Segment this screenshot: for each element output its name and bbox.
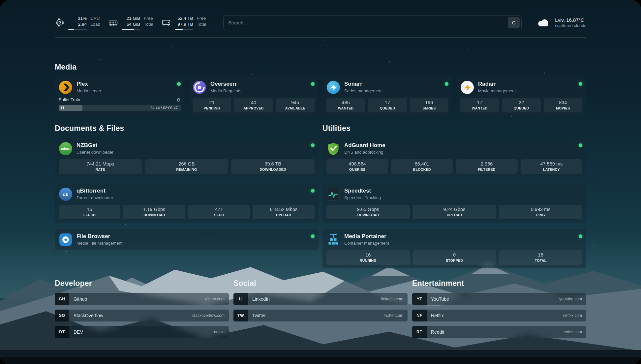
bookmark-abbr: GH <box>55 293 69 305</box>
stat-available: 945 AVAILABLE <box>276 98 315 112</box>
service-card-speedtest[interactable]: Speedtest Speedtest Tracking 9.65 Gbps D… <box>322 184 586 223</box>
bookmark-url: twitter.com <box>384 313 403 318</box>
svg-text:nzbget: nzbget <box>61 147 71 150</box>
bookmark-abbr: LI <box>233 293 248 305</box>
search-input[interactable] <box>228 20 508 25</box>
stat-rate: 744.21 Mbps RATE <box>59 159 142 174</box>
status-dot <box>311 143 315 147</box>
bookmark-url: youtube.com <box>559 297 582 301</box>
service-card-qbittorrent[interactable]: qb qBittorrent Torrent downloader <box>55 184 319 223</box>
service-card-adguard[interactable]: AdGuard Home DNS and adblocking 498,564 … <box>322 138 586 177</box>
bookmarks-developer: Developer GH Github github.com SO StackO… <box>55 279 229 338</box>
bookmark-abbr: TW <box>233 310 248 321</box>
weather-condition: scattered clouds <box>555 23 586 29</box>
topbar-divider <box>55 37 586 38</box>
portainer-icon <box>326 233 340 247</box>
service-name: Overseerr <box>210 81 241 87</box>
cpu-load-label: Load <box>90 21 100 27</box>
weather-location: Lviv, 16.87°C <box>555 17 586 23</box>
stat-series: 196 SERIES <box>410 98 448 112</box>
service-card-sonarr[interactable]: Sonarr Series management 485 WANTED 17 Q… <box>322 77 452 116</box>
weather-widget: Lviv, 16.87°C scattered clouds <box>535 17 586 29</box>
service-card-portainer[interactable]: Media Portainer Container management 16 … <box>322 229 586 268</box>
service-name: Sonarr <box>344 81 382 87</box>
section-title-social: Social <box>233 279 408 288</box>
speedtest-icon <box>326 187 340 201</box>
bookmark-stackoverflow[interactable]: SO StackOverflow stackoverflow.com <box>55 310 229 321</box>
bookmark-abbr: RE <box>412 326 427 338</box>
service-name: Radarr <box>478 81 516 87</box>
bookmark-name: DEV <box>74 329 83 335</box>
service-subtitle: Usenet downloader <box>76 150 113 155</box>
service-subtitle: Container management <box>344 241 389 246</box>
service-card-filebrowser[interactable]: File Browser Media File Management <box>55 229 319 250</box>
bookmark-github[interactable]: GH Github github.com <box>55 293 229 305</box>
dashboard-screen: 31% 2.94 CPU Load 2 <box>0 0 641 364</box>
bookmark-dev[interactable]: DT DEV dev.to <box>55 326 229 338</box>
service-card-overseerr[interactable]: Overseerr Media Requests 21 PENDING 40 A… <box>189 77 319 116</box>
nzbget-icon: nzbget <box>59 142 73 156</box>
memory-total-label: Total <box>144 21 153 27</box>
service-name: Speedtest <box>344 188 381 194</box>
status-dot <box>311 234 315 238</box>
search-provider-button[interactable]: G <box>508 17 520 28</box>
bookmark-youtube[interactable]: YT YouTube youtube.com <box>412 293 586 305</box>
svg-text:qb: qb <box>63 192 69 197</box>
bookmark-url: linkedin.com <box>381 297 403 301</box>
service-subtitle: Media Requests <box>210 88 241 93</box>
bookmark-reddit[interactable]: RE Reddit reddit.com <box>412 326 586 338</box>
memory-progress-bar <box>122 29 140 30</box>
service-card-radarr[interactable]: Radarr Movie management 17 WANTED 22 QUE… <box>456 77 586 116</box>
stat-upload: 9.24 Gbps UPLOAD <box>413 205 496 219</box>
service-card-nzbget[interactable]: nzbget NZBGet Usenet downloader 74 <box>55 138 319 177</box>
service-subtitle: Torrent downloader <box>76 195 113 200</box>
stat-approved: 40 APPROVED <box>234 98 273 112</box>
service-subtitle: Media File Management <box>76 241 122 246</box>
memory-widget: 21 GiB 64 GiB Free Total <box>108 15 153 30</box>
bookmarks-entertainment: Entertainment YT YouTube youtube.com NF … <box>412 279 586 338</box>
bookmark-abbr: DT <box>55 326 69 338</box>
bookmark-url: reddit.com <box>564 330 582 334</box>
search-bar[interactable]: G <box>223 15 522 30</box>
section-title-documents: Documents & Files <box>55 124 319 133</box>
stat-movies: 834 MOVIES <box>544 98 582 112</box>
section-title-entertainment: Entertainment <box>412 279 586 288</box>
stat-seed: 471 SEED <box>188 205 250 219</box>
service-name: NZBGet <box>76 142 113 149</box>
sonarr-icon <box>326 80 340 94</box>
bookmark-linkedin[interactable]: LI LinkedIn linkedin.com <box>233 293 408 305</box>
top-bar: 31% 2.94 CPU Load 2 <box>55 14 586 32</box>
memory-total-value: 64 GiB <box>127 21 140 27</box>
status-dot <box>311 82 315 86</box>
bookmark-netflix[interactable]: NF Netflix netflix.com <box>412 310 586 321</box>
service-subtitle: Movie management <box>478 88 516 93</box>
stat-wanted: 485 WANTED <box>326 98 365 112</box>
bookmark-abbr: YT <box>412 293 427 305</box>
bookmark-twitter[interactable]: TW Twitter twitter.com <box>233 310 408 321</box>
stat-latency: 47.569 ms LATENCY <box>521 159 582 174</box>
service-card-plex[interactable]: Plex Media server Bullet Train ⚙ <box>55 77 185 116</box>
stat-leech: 16 LEECH <box>59 205 120 219</box>
stat-downloaded: 39.6 TB DOWNLOADED <box>231 159 315 174</box>
playback-time: 24:44 / 02:06:47 <box>150 106 178 110</box>
memory-free-value: 21 GiB <box>127 15 140 21</box>
bookmark-name: LinkedIn <box>252 296 270 302</box>
stat-download: 9.65 Gbps DOWNLOAD <box>326 205 410 219</box>
qbittorrent-icon: qb <box>59 187 73 201</box>
cpu-label: CPU <box>90 15 100 21</box>
bookmark-name: YouTube <box>431 296 449 302</box>
cpu-load-value: 2.94 <box>78 21 87 27</box>
settings-gear-icon[interactable]: ⚙ <box>176 98 181 102</box>
pause-icon[interactable] <box>61 106 64 109</box>
stat-filtered: 2,956 FILTERED <box>456 159 518 174</box>
service-name: qBittorrent <box>76 188 113 194</box>
service-subtitle: DNS and adblocking <box>344 150 385 155</box>
stat-remaining: 266 GB REMAINING <box>145 159 229 174</box>
stat-wanted: 17 WANTED <box>460 98 499 112</box>
section-title-media: Media <box>55 63 586 72</box>
stat-blocked: 86,401 BLOCKED <box>391 159 453 174</box>
bookmark-url: stackoverflow.com <box>192 313 225 318</box>
status-dot <box>445 82 448 86</box>
bookmark-name: Netflix <box>431 313 444 318</box>
cloud-icon <box>535 17 551 28</box>
